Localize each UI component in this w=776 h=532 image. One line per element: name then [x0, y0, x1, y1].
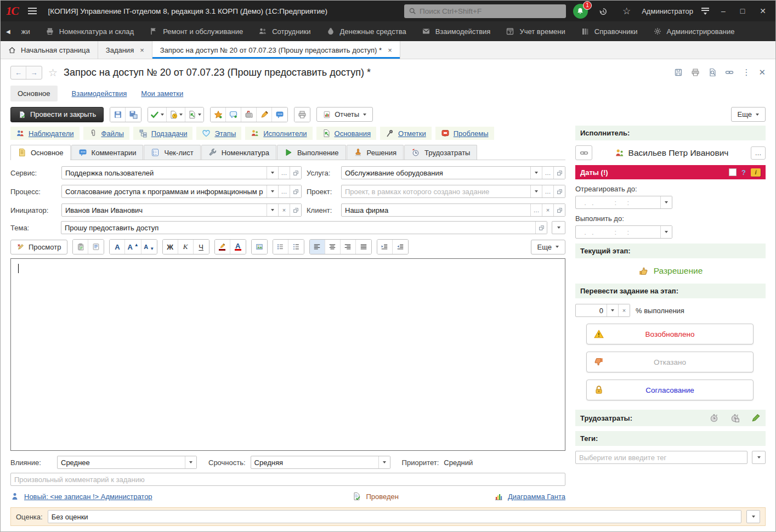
link-basis[interactable]: Основания	[316, 127, 377, 140]
rating-input[interactable]	[48, 513, 741, 521]
align-right-button[interactable]	[341, 240, 356, 254]
tab-checklist[interactable]: Чек-лист	[144, 145, 200, 160]
maximize-button[interactable]: □	[737, 7, 749, 15]
post-button[interactable]	[148, 107, 167, 122]
subject-input[interactable]	[61, 224, 535, 232]
info-icon[interactable]: i	[751, 168, 761, 177]
performer-link-button[interactable]	[575, 145, 592, 160]
current-stage-value[interactable]: Разрешение	[654, 266, 703, 276]
section-cutoff[interactable]: жи	[14, 21, 38, 41]
forward-button[interactable]: →	[26, 66, 42, 79]
tags-input[interactable]	[576, 454, 747, 462]
subject-history-button[interactable]	[552, 221, 565, 234]
save-copy-button[interactable]	[126, 107, 141, 122]
mail-button[interactable]	[241, 107, 257, 122]
tab-current-request[interactable]: Запрос на доступ № 20 от 07.07.23 (Прошу…	[152, 41, 400, 59]
select-button[interactable]	[267, 167, 278, 179]
rating-select-button[interactable]	[746, 510, 760, 523]
add-favorite-button[interactable]	[211, 107, 226, 122]
clear-button[interactable]: ×	[542, 204, 553, 216]
open-button[interactable]	[553, 167, 565, 179]
choose-button[interactable]: …	[530, 204, 542, 216]
create-based-button[interactable]	[185, 107, 203, 122]
preview-doc-icon[interactable]	[708, 68, 717, 77]
close-icon[interactable]: ×	[388, 46, 392, 54]
react-by-input[interactable]	[576, 199, 660, 207]
section-nomenclature[interactable]: Номенклатура и склад	[38, 21, 141, 41]
client-input[interactable]	[342, 206, 530, 214]
select-button[interactable]	[267, 204, 278, 216]
tab-decisions[interactable]: Решения	[347, 145, 404, 160]
link-problems[interactable]: Проблемы	[435, 127, 494, 140]
font-smaller-button[interactable]: А▼	[141, 240, 157, 254]
schedule-button[interactable]	[167, 107, 185, 122]
scroll-left-icon[interactable]: ◀	[3, 29, 14, 35]
close-window-button[interactable]: ✕	[756, 7, 770, 15]
link-marks[interactable]: Отметки	[380, 127, 432, 140]
outdent-button[interactable]	[393, 240, 408, 254]
tab-execution[interactable]: Выполнение	[277, 145, 346, 160]
section-timetracking[interactable]: Учет времени	[498, 21, 573, 41]
service-input[interactable]	[62, 169, 267, 177]
save-icon[interactable]	[674, 68, 683, 77]
notifications-button[interactable]: 1	[573, 4, 588, 19]
link-performers[interactable]: Исполнители	[245, 127, 312, 140]
close-icon[interactable]: ×	[140, 46, 144, 54]
gantt-link[interactable]: Диаграмма Ганта	[508, 493, 565, 501]
font-color-button[interactable]: А	[230, 240, 246, 254]
process-input[interactable]	[62, 188, 267, 196]
link-files[interactable]: Файлы	[83, 127, 129, 140]
open-button[interactable]	[290, 185, 301, 197]
print-icon[interactable]	[691, 68, 700, 77]
font-bigger-button[interactable]: А▲	[125, 240, 141, 254]
section-catalogs[interactable]: Справочники	[573, 21, 645, 41]
choose-button[interactable]: …	[278, 167, 290, 179]
comment-input[interactable]	[11, 476, 565, 484]
description-editor[interactable]	[10, 258, 565, 451]
select-button[interactable]	[267, 185, 278, 197]
more-button[interactable]: Еще	[731, 107, 766, 122]
nav-my-notes[interactable]: Мои заметки	[141, 89, 183, 98]
percent-input[interactable]	[576, 307, 607, 315]
complete-by-input[interactable]	[576, 228, 660, 236]
help-icon[interactable]: ?	[741, 168, 746, 177]
align-center-button[interactable]	[325, 240, 341, 254]
section-repair[interactable]: Ремонт и обслуживание	[141, 21, 251, 41]
highlight-button[interactable]	[257, 107, 272, 122]
link-stages[interactable]: Этапы	[196, 127, 241, 140]
impact-input[interactable]	[58, 459, 185, 467]
more-menu-icon[interactable]: ⋮	[742, 67, 750, 77]
service-menu-button[interactable]	[700, 7, 710, 16]
add-comment-button[interactable]	[226, 107, 241, 122]
open-button[interactable]	[553, 204, 565, 216]
stopwatch-icon[interactable]	[709, 413, 719, 423]
calendar-button[interactable]	[660, 226, 672, 238]
favorite-star-icon[interactable]: ☆	[48, 66, 58, 79]
record-status-link[interactable]: Новый: <не записан !> Администратор	[24, 493, 152, 501]
paste-button[interactable]	[73, 240, 88, 254]
link-subtasks[interactable]: Подзадачи	[133, 127, 193, 140]
tab-home[interactable]: Начальная страница	[1, 41, 98, 59]
save-button[interactable]	[110, 107, 126, 122]
select-button[interactable]	[530, 185, 542, 197]
nav-interactions[interactable]: Взаимодействия	[72, 89, 127, 98]
format-button[interactable]	[88, 240, 104, 254]
get-link-icon[interactable]	[725, 68, 734, 77]
urgency-input[interactable]	[251, 459, 378, 467]
calendar-button[interactable]	[660, 196, 672, 208]
indent-button[interactable]	[377, 240, 393, 254]
tab-main[interactable]: Основное	[10, 145, 71, 160]
choose-button[interactable]: …	[542, 185, 553, 197]
open-button[interactable]	[535, 222, 547, 234]
select-button[interactable]	[530, 167, 542, 179]
back-button[interactable]: ←	[11, 66, 26, 79]
clear-button[interactable]: ×	[278, 204, 290, 216]
highlight-color-button[interactable]	[215, 240, 230, 254]
tab-nomenclature[interactable]: Номенклатура	[201, 145, 276, 160]
preview-toggle-button[interactable]: Просмотр	[10, 240, 67, 254]
minimize-button[interactable]: –	[717, 7, 729, 15]
dates-checkbox[interactable]	[729, 168, 737, 176]
close-form-icon[interactable]: ✕	[758, 67, 766, 77]
italic-button[interactable]: К	[178, 240, 194, 254]
align-left-button[interactable]	[310, 240, 325, 254]
